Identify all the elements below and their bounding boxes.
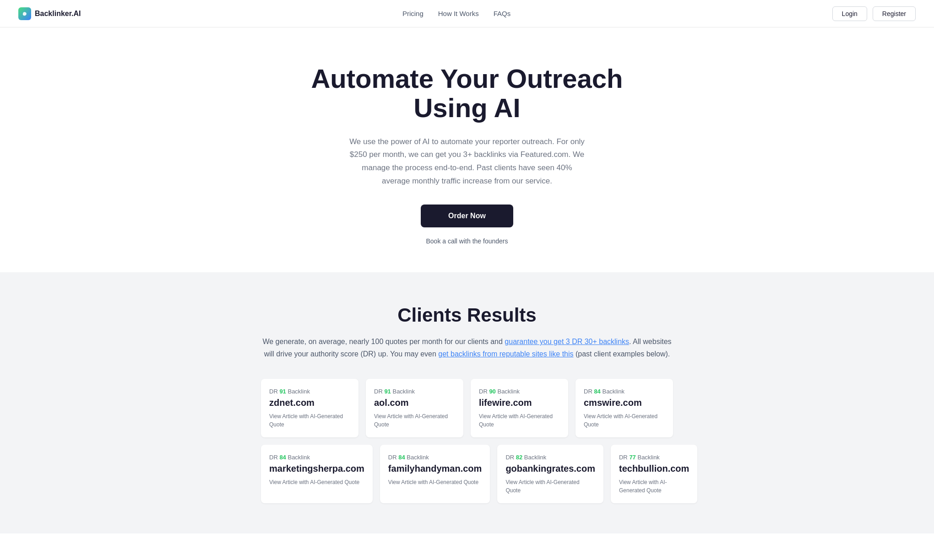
card-dr-label: DR 84 Backlink bbox=[269, 454, 364, 461]
card-domain: cmswire.com bbox=[584, 398, 665, 408]
register-button[interactable]: Register bbox=[873, 6, 916, 21]
card-article-link[interactable]: View Article with AI-Generated Quote bbox=[619, 479, 667, 494]
card-dr-number: 90 bbox=[489, 388, 495, 395]
card-domain: gobankingrates.com bbox=[505, 463, 595, 474]
card-domain: lifewire.com bbox=[479, 398, 560, 408]
card-dr-label: DR 84 Backlink bbox=[388, 454, 482, 461]
backlink-card: DR 90 Backlink lifewire.com View Article… bbox=[471, 379, 568, 437]
clients-inner: Clients Results We generate, on average,… bbox=[261, 304, 673, 503]
card-article-link[interactable]: View Article with AI-Generated Quote bbox=[479, 413, 553, 428]
card-dr-label: DR 90 Backlink bbox=[479, 388, 560, 395]
backlink-card: DR 91 Backlink zdnet.com View Article wi… bbox=[261, 379, 358, 437]
nav-links: Pricing How It Works FAQs bbox=[402, 10, 510, 17]
card-article-link[interactable]: View Article with AI-Generated Quote bbox=[505, 479, 579, 494]
card-dr-number: 84 bbox=[398, 454, 405, 461]
card-article-link[interactable]: View Article with AI-Generated Quote bbox=[269, 479, 359, 485]
backlink-card: DR 82 Backlink gobankingrates.com View A… bbox=[497, 445, 603, 503]
card-dr-label: DR 82 Backlink bbox=[505, 454, 595, 461]
logo-icon bbox=[18, 7, 31, 20]
backlink-card: DR 84 Backlink familyhandyman.com View A… bbox=[380, 445, 490, 503]
nav-how-it-works[interactable]: How It Works bbox=[438, 10, 479, 17]
guarantee-link[interactable]: guarantee you get 3 DR 30+ backlinks bbox=[505, 338, 629, 345]
card-article-link[interactable]: View Article with AI-Generated Quote bbox=[584, 413, 657, 428]
card-dr-label: DR 91 Backlink bbox=[374, 388, 455, 395]
order-now-button[interactable]: Order Now bbox=[421, 205, 513, 227]
nav-pricing[interactable]: Pricing bbox=[402, 10, 424, 17]
login-button[interactable]: Login bbox=[832, 6, 867, 21]
cards-row-1: DR 91 Backlink zdnet.com View Article wi… bbox=[261, 379, 673, 437]
card-domain: zdnet.com bbox=[269, 398, 350, 408]
card-article-link[interactable]: View Article with AI-Generated Quote bbox=[374, 413, 448, 428]
card-domain: aol.com bbox=[374, 398, 455, 408]
card-dr-number: 84 bbox=[594, 388, 600, 395]
card-article-link[interactable]: View Article with AI-Generated Quote bbox=[269, 413, 343, 428]
hero-title: Automate Your Outreach Using AI bbox=[302, 64, 632, 123]
card-dr-label: DR 77 Backlink bbox=[619, 454, 689, 461]
card-domain: techbullion.com bbox=[619, 463, 689, 474]
reputable-sites-link[interactable]: get backlinks from reputable sites like … bbox=[438, 350, 573, 358]
hero-subtitle: We use the power of AI to automate your … bbox=[348, 135, 586, 188]
logo-link[interactable]: Backlinker.AI bbox=[18, 7, 81, 20]
card-dr-number: 77 bbox=[629, 454, 635, 461]
nav-actions: Login Register bbox=[832, 6, 916, 21]
backlink-card: DR 84 Backlink cmswire.com View Article … bbox=[576, 379, 673, 437]
clients-title: Clients Results bbox=[261, 304, 673, 326]
card-domain: marketingsherpa.com bbox=[269, 463, 364, 474]
backlink-card: DR 84 Backlink marketingsherpa.com View … bbox=[261, 445, 373, 503]
card-dr-label: DR 84 Backlink bbox=[584, 388, 665, 395]
navbar: Backlinker.AI Pricing How It Works FAQs … bbox=[0, 0, 934, 27]
backlink-card: DR 77 Backlink techbullion.com View Arti… bbox=[611, 445, 697, 503]
card-dr-number: 91 bbox=[279, 388, 286, 395]
backlink-card: DR 91 Backlink aol.com View Article with… bbox=[366, 379, 463, 437]
card-article-link[interactable]: View Article with AI-Generated Quote bbox=[388, 479, 478, 485]
hero-section: Automate Your Outreach Using AI We use t… bbox=[284, 27, 650, 272]
nav-faqs[interactable]: FAQs bbox=[494, 10, 511, 17]
logo-text: Backlinker.AI bbox=[35, 10, 81, 18]
card-dr-number: 82 bbox=[516, 454, 522, 461]
card-domain: familyhandyman.com bbox=[388, 463, 482, 474]
clients-section: Clients Results We generate, on average,… bbox=[0, 272, 934, 533]
clients-description: We generate, on average, nearly 100 quot… bbox=[261, 335, 673, 360]
card-dr-number: 91 bbox=[384, 388, 391, 395]
card-dr-label: DR 91 Backlink bbox=[269, 388, 350, 395]
card-dr-number: 84 bbox=[279, 454, 286, 461]
cards-row-2: DR 84 Backlink marketingsherpa.com View … bbox=[261, 445, 673, 503]
book-call-link[interactable]: Book a call with the founders bbox=[302, 237, 632, 245]
